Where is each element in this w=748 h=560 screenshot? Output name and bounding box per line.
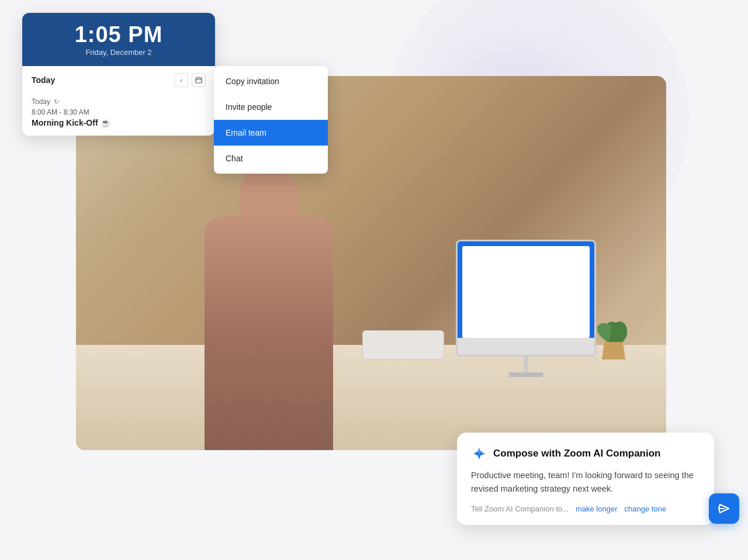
monitor-base [508, 372, 543, 377]
event-icon: ☕ [101, 118, 110, 127]
ai-card-header: Compose with Zoom AI Companion [471, 445, 700, 462]
event-time: 8:00 AM - 8:30 AM [32, 108, 206, 116]
refresh-icon: ↻ [54, 98, 59, 106]
monitor [456, 240, 596, 357]
ai-card-content: Productive meeting, team! I'm looking fo… [471, 469, 700, 495]
context-menu: Copy invitation Invite people Email team… [214, 66, 328, 174]
calendar-body: Today ‹ Today ↻ 8:00 AM - 8:30 AM Morn [22, 66, 215, 136]
nav-buttons: ‹ [174, 73, 206, 87]
monitor-screen [458, 241, 594, 338]
calendar-header: 1:05 PM Friday, December 2 [22, 13, 215, 66]
ai-card-title: Compose with Zoom AI Companion [493, 448, 660, 459]
calendar-time: 1:05 PM [36, 23, 201, 46]
ai-card-footer: Tell Zoom AI Companion to... make longer… [471, 504, 700, 513]
send-icon [717, 502, 731, 516]
calendar-nav: Today ‹ [32, 73, 206, 87]
event-title-text: Morning Kick-Off [32, 118, 98, 127]
plant [596, 313, 631, 359]
calendar-widget: 1:05 PM Friday, December 2 Today ‹ Today… [22, 13, 215, 136]
plant-pot [602, 342, 625, 359]
ai-prompt-text: Tell Zoom AI Companion to... [471, 504, 569, 513]
monitor-stand [524, 355, 528, 372]
event-date-row: Today ↻ [32, 98, 206, 106]
ai-action-change-tone[interactable]: change tone [624, 504, 666, 513]
svg-rect-0 [196, 78, 202, 83]
menu-item-email-team[interactable]: Email team [214, 120, 328, 146]
ai-companion-card: Compose with Zoom AI Companion Productiv… [457, 433, 714, 525]
nav-prev-button[interactable]: ‹ [174, 73, 188, 87]
plant-leaves [596, 313, 631, 345]
event-date: Today [32, 98, 50, 106]
calendar-date: Friday, December 2 [36, 48, 201, 57]
menu-item-chat[interactable]: Chat [214, 146, 328, 171]
send-button[interactable] [709, 493, 739, 524]
ai-companion-icon [471, 445, 487, 462]
person-body [205, 216, 333, 450]
nav-calendar-button[interactable] [192, 73, 206, 87]
ai-action-make-longer[interactable]: make longer [576, 504, 618, 513]
calendar-event: Today ↻ 8:00 AM - 8:30 AM Morning Kick-O… [32, 93, 206, 127]
monitor-screen-content [462, 246, 590, 338]
menu-item-copy-invitation[interactable]: Copy invitation [214, 68, 328, 94]
event-title: Morning Kick-Off ☕ [32, 118, 206, 127]
menu-item-invite-people[interactable]: Invite people [214, 94, 328, 120]
today-label: Today [32, 75, 55, 85]
